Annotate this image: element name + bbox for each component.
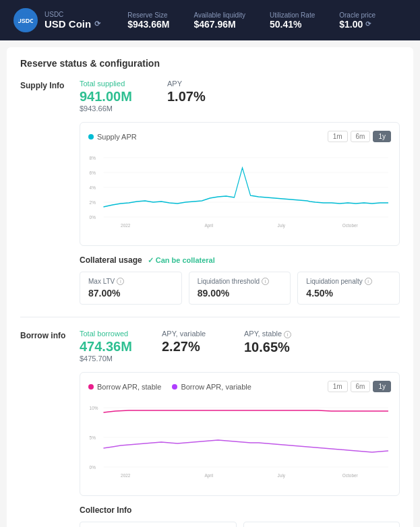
- token-symbol: USDC: [44, 11, 100, 18]
- borrow-variable-line: [103, 440, 388, 452]
- b-y-label-0: 0%: [90, 464, 96, 470]
- apy-stable-value: 10.65%: [244, 340, 305, 355]
- liquidation-penalty-label: Liquidation penalty i: [306, 278, 391, 285]
- y-label-4: 4%: [90, 184, 96, 191]
- supply-section-label: Supply Info: [20, 80, 74, 90]
- borrow-info-section: Borrow info Total borrowed 474.36M $475.…: [20, 330, 400, 527]
- reserve-factor-box: Reserve factor i 10.00%: [80, 522, 237, 527]
- y-label-6: 6%: [90, 169, 96, 176]
- utilization-rate-label: Utilization Rate: [270, 11, 315, 19]
- supply-time-buttons: 1m 6m 1y: [328, 131, 391, 142]
- borrow-time-buttons: 1m 6m 1y: [328, 381, 391, 392]
- x-label-october: October: [342, 222, 358, 228]
- b-x-label-july: July: [278, 472, 286, 478]
- supply-chart-card: Supply APR 1m 6m 1y 8% 6% 4% 2% 0%: [80, 122, 400, 246]
- header-stats: Reserve Size $943.66M Available liquidit…: [127, 11, 376, 30]
- supply-chart-header: Supply APR 1m 6m 1y: [88, 131, 391, 142]
- y-label-0: 0%: [90, 214, 96, 220]
- apy-variable-value: 2.27%: [162, 339, 222, 354]
- check-icon: ✓: [148, 256, 154, 265]
- collector-title: Collector Info: [80, 505, 400, 515]
- utilization-rate-stat: Utilization Rate 50.41%: [270, 11, 315, 30]
- total-supplied-usd: $943.66M: [80, 104, 140, 113]
- supply-time-1m[interactable]: 1m: [328, 131, 348, 142]
- supply-metrics-row: Total supplied 941.00M $943.66M APY 1.07…: [80, 80, 400, 113]
- oracle-price-value: $1.00 ⟳: [339, 19, 376, 30]
- liquidation-penalty-info-icon[interactable]: i: [365, 278, 372, 285]
- supply-legend-label: Supply APR: [97, 133, 137, 141]
- variable-legend-dot: [172, 384, 177, 390]
- max-ltv-box: Max LTV i 87.00%: [80, 272, 182, 305]
- borrow-time-1m[interactable]: 1m: [328, 381, 348, 392]
- x-label-july: July: [278, 222, 286, 228]
- token-header: USDC USDC USD Coin ⟳: [13, 8, 100, 32]
- borrow-time-6m[interactable]: 6m: [351, 381, 371, 392]
- stable-legend-dot: [88, 384, 94, 390]
- oracle-refresh-icon[interactable]: ⟳: [365, 20, 371, 28]
- b-x-label-2022: 2022: [121, 472, 130, 478]
- token-info: USDC USD Coin ⟳: [44, 11, 100, 30]
- available-liquidity-stat: Available liquidity $467.96M: [193, 11, 245, 30]
- apy-value: 1.07%: [167, 89, 228, 104]
- reserve-size-label: Reserve Size: [127, 11, 169, 19]
- liquidation-threshold-info-icon[interactable]: i: [262, 278, 269, 285]
- apy-stable-label: APY, stable i: [244, 330, 305, 338]
- borrow-metrics-row: Total borrowed 474.36M $475.70M APY, var…: [80, 330, 400, 363]
- apy-stable-section: APY, stable i 10.65%: [244, 330, 305, 363]
- borrow-chart-card: Borrow APR, stable Borrow APR, variable …: [80, 372, 400, 496]
- borrow-legend: Borrow APR, stable Borrow APR, variable: [88, 383, 251, 391]
- borrow-section-label: Borrow info: [20, 330, 74, 340]
- liquidation-threshold-label: Liquidation threshold i: [198, 278, 282, 285]
- total-supplied-label: Total supplied: [80, 80, 140, 88]
- collateral-section: Collateral usage ✓ Can be collateral Max…: [80, 255, 400, 305]
- borrow-data: Total borrowed 474.36M $475.70M APY, var…: [80, 330, 400, 527]
- borrow-chart-header: Borrow APR, stable Borrow APR, variable …: [88, 381, 391, 392]
- borrow-time-1y[interactable]: 1y: [373, 381, 391, 392]
- oracle-price-stat: Oracle price $1.00 ⟳: [339, 11, 376, 30]
- stable-legend-label: Borrow APR, stable: [97, 383, 161, 391]
- collector-boxes: Reserve factor i 10.00% Collector Contra…: [80, 522, 400, 527]
- supply-legend-dot: [88, 134, 94, 140]
- available-liquidity-label: Available liquidity: [193, 11, 245, 19]
- b-x-label-october: October: [342, 472, 358, 478]
- svg-text:USDC: USDC: [18, 18, 33, 24]
- page-title: Reserve status & configuration: [20, 58, 400, 69]
- liquidation-threshold-box: Liquidation threshold i 89.00%: [189, 272, 291, 305]
- total-borrowed-value: 474.36M: [80, 339, 140, 354]
- apy-section: APY 1.07%: [167, 80, 228, 113]
- apy-label: APY: [167, 80, 228, 88]
- apy-stable-info-icon[interactable]: i: [284, 331, 291, 338]
- total-supplied-section: Total supplied 941.00M $943.66M: [80, 80, 140, 113]
- available-liquidity-value: $467.96M: [193, 19, 245, 30]
- supply-chart-legend: Supply APR: [88, 133, 137, 141]
- reserve-size-stat: Reserve Size $943.66M: [127, 11, 169, 30]
- x-label-april: April: [204, 222, 213, 228]
- max-ltv-value: 87.00%: [88, 288, 173, 299]
- oracle-price-label: Oracle price: [339, 11, 376, 19]
- y-label-8: 8%: [90, 154, 96, 161]
- stable-legend-item: Borrow APR, stable: [88, 383, 161, 391]
- supply-data: Total supplied 941.00M $943.66M APY 1.07…: [80, 80, 400, 305]
- supply-time-1y[interactable]: 1y: [373, 131, 391, 142]
- collateral-title: Collateral usage ✓ Can be collateral: [80, 255, 400, 265]
- total-borrowed-label: Total borrowed: [80, 330, 140, 338]
- token-refresh-icon[interactable]: ⟳: [94, 20, 100, 28]
- utilization-rate-value: 50.41%: [270, 19, 315, 30]
- b-y-label-5: 5%: [90, 434, 96, 441]
- header: USDC USDC USD Coin ⟳ Reserve Size $943.6…: [0, 0, 420, 40]
- b-x-label-april: April: [204, 472, 213, 478]
- main-content: Reserve status & configuration Supply In…: [7, 47, 413, 527]
- x-label-2022: 2022: [121, 222, 130, 228]
- apy-variable-section: APY, variable 2.27%: [162, 330, 222, 363]
- liquidation-penalty-box: Liquidation penalty i 4.50%: [297, 272, 400, 305]
- token-icon: USDC: [13, 8, 38, 32]
- max-ltv-info-icon[interactable]: i: [117, 278, 124, 285]
- supply-time-6m[interactable]: 6m: [351, 131, 371, 142]
- max-ltv-label: Max LTV i: [88, 278, 173, 285]
- apy-variable-label: APY, variable: [162, 330, 222, 338]
- collateral-boxes: Max LTV i 87.00% Liquidation threshold i…: [80, 272, 400, 305]
- b-y-label-10: 10%: [90, 404, 98, 411]
- total-supplied-value: 941.00M: [80, 89, 140, 104]
- y-label-2: 2%: [90, 199, 96, 206]
- token-name: USD Coin ⟳: [44, 18, 100, 30]
